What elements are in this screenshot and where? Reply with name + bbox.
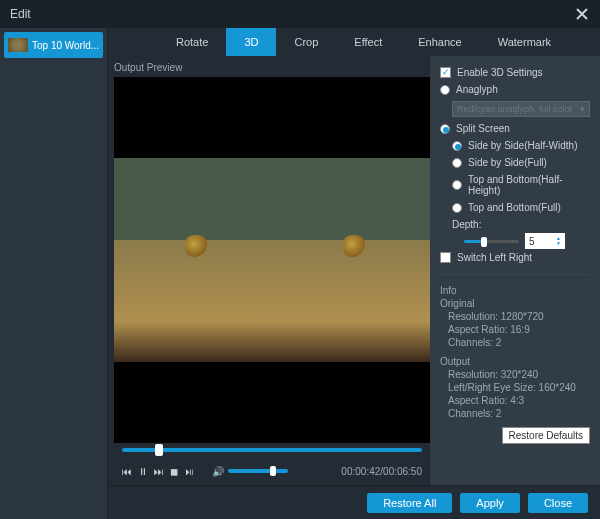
restore-all-button[interactable]: Restore All [367, 493, 452, 513]
chevron-down-icon: ▾ [580, 104, 585, 114]
playback-controls: ⏮ ⏸ ⏭ ◼ ⏯ 🔊 00:00:42/00:06:50 [114, 457, 430, 485]
anaglyph-radio[interactable] [440, 85, 450, 95]
tab-watermark[interactable]: Watermark [480, 28, 569, 56]
output-aspect: Aspect Ratio: 4:3 [440, 395, 590, 406]
volume-icon[interactable]: 🔊 [212, 466, 224, 477]
tb-full-label: Top and Bottom(Full) [468, 202, 561, 213]
output-channels: Channels: 2 [440, 408, 590, 419]
sbs-full-label: Side by Side(Full) [468, 157, 547, 168]
file-thumbnail [8, 38, 28, 52]
tb-half-radio[interactable] [452, 180, 462, 190]
window-title: Edit [10, 7, 31, 21]
switch-lr-label: Switch Left Right [457, 252, 532, 263]
close-icon[interactable] [574, 6, 590, 22]
switch-lr-checkbox[interactable] [440, 252, 451, 263]
split-screen-label: Split Screen [456, 123, 510, 134]
output-resolution: Resolution: 320*240 [440, 369, 590, 380]
tab-crop[interactable]: Crop [276, 28, 336, 56]
right-eye-frame [272, 158, 430, 363]
sbs-half-radio[interactable] [452, 141, 462, 151]
tab-rotate[interactable]: Rotate [158, 28, 226, 56]
tb-full-radio[interactable] [452, 203, 462, 213]
sbs-half-label: Side by Side(Half-Width) [468, 140, 577, 151]
tb-half-label: Top and Bottom(Half-Height) [468, 174, 590, 196]
depth-label: Depth: [452, 219, 481, 230]
depth-spinner[interactable]: 5 ▲▼ [525, 233, 565, 249]
titlebar: Edit [0, 0, 600, 28]
output-header: Output [440, 356, 590, 367]
enable-3d-checkbox[interactable] [440, 67, 451, 78]
depth-thumb[interactable] [481, 237, 487, 247]
next-icon[interactable]: ⏭ [154, 466, 164, 477]
anaglyph-combo[interactable]: Red/cyan anaglyph, full color ▾ [452, 101, 590, 117]
edit-window: Edit Top 10 World... Rotate 3D Crop Effe… [0, 0, 600, 519]
depth-value: 5 [529, 236, 535, 247]
original-resolution: Resolution: 1280*720 [440, 311, 590, 322]
seek-thumb[interactable] [155, 444, 163, 456]
volume-slider[interactable] [228, 469, 288, 473]
volume-thumb[interactable] [270, 466, 276, 476]
enable-3d-label: Enable 3D Settings [457, 67, 543, 78]
video-preview[interactable] [114, 77, 430, 443]
apply-button[interactable]: Apply [460, 493, 520, 513]
step-icon[interactable]: ⏯ [184, 466, 194, 477]
sbs-full-radio[interactable] [452, 158, 462, 168]
anaglyph-label: Anaglyph [456, 84, 498, 95]
tab-3d[interactable]: 3D [226, 28, 276, 56]
file-sidebar: Top 10 World... [0, 28, 108, 519]
output-eyesize: Left/Right Eye Size: 160*240 [440, 382, 590, 393]
info-header: Info [440, 285, 590, 296]
split-screen-radio[interactable] [440, 124, 450, 134]
stop-icon[interactable]: ◼ [170, 466, 178, 477]
prev-icon[interactable]: ⏮ [122, 466, 132, 477]
settings-pane: Enable 3D Settings Anaglyph Red/cyan ana… [430, 56, 600, 485]
time-display: 00:00:42/00:06:50 [341, 466, 422, 477]
spin-down-icon[interactable]: ▼ [556, 241, 561, 246]
restore-defaults-button[interactable]: Restore Defaults [502, 427, 590, 444]
preview-pane: Output Preview ⏮ ⏸ ⏭ [108, 56, 430, 485]
tab-effect[interactable]: Effect [336, 28, 400, 56]
tab-bar: Rotate 3D Crop Effect Enhance Watermark [108, 28, 600, 56]
pause-icon[interactable]: ⏸ [138, 466, 148, 477]
footer: Restore All Apply Close [108, 485, 600, 519]
preview-label: Output Preview [114, 62, 430, 73]
file-item[interactable]: Top 10 World... [4, 32, 103, 58]
tab-enhance[interactable]: Enhance [400, 28, 479, 56]
depth-slider[interactable] [464, 240, 519, 243]
original-header: Original [440, 298, 590, 309]
original-channels: Channels: 2 [440, 337, 590, 348]
info-block: Info Original Resolution: 1280*720 Aspec… [440, 283, 590, 421]
file-label: Top 10 World... [32, 40, 99, 51]
anaglyph-combo-value: Red/cyan anaglyph, full color [457, 104, 573, 114]
original-aspect: Aspect Ratio: 16:9 [440, 324, 590, 335]
close-button[interactable]: Close [528, 493, 588, 513]
left-eye-frame [114, 158, 272, 363]
seek-bar[interactable] [114, 443, 430, 457]
